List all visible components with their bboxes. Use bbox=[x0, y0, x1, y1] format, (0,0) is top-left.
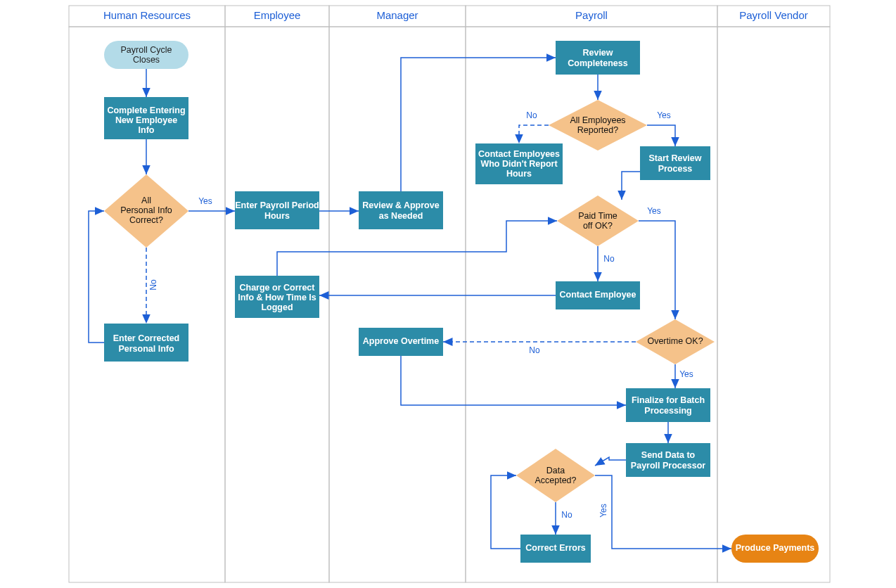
svg-text:All Employees: All Employees bbox=[570, 115, 625, 125]
svg-text:Logged: Logged bbox=[261, 302, 293, 312]
lane-hr: Human Resources bbox=[103, 9, 191, 21]
svg-text:Closes: Closes bbox=[133, 55, 160, 65]
svg-text:Info: Info bbox=[139, 125, 155, 135]
svg-text:Enter Payroll Period: Enter Payroll Period bbox=[235, 200, 319, 210]
flow bbox=[639, 221, 675, 319]
svg-text:Send Data to: Send Data to bbox=[641, 450, 696, 460]
svg-text:Yes: Yes bbox=[198, 196, 212, 206]
svg-text:Approve Overtime: Approve Overtime bbox=[363, 336, 439, 346]
svg-text:Processing: Processing bbox=[644, 406, 691, 416]
svg-text:Yes: Yes bbox=[657, 110, 671, 120]
flow-dashed bbox=[519, 125, 549, 143]
svg-text:Paid Time: Paid Time bbox=[578, 211, 617, 221]
svg-text:Enter Corrected: Enter Corrected bbox=[113, 333, 179, 343]
svg-text:Info & How Time Is: Info & How Time Is bbox=[238, 293, 316, 302]
lane-pay: Payroll bbox=[575, 9, 608, 21]
lane-mgr: Manager bbox=[376, 9, 418, 21]
svg-text:Charge or Correct: Charge or Correct bbox=[240, 283, 316, 293]
svg-text:Hours: Hours bbox=[506, 169, 532, 179]
lane-emp: Employee bbox=[254, 9, 301, 21]
svg-text:Payroll Cycle: Payroll Cycle bbox=[121, 45, 172, 55]
svg-text:No: No bbox=[148, 279, 158, 290]
svg-text:Contact Employee: Contact Employee bbox=[559, 290, 636, 300]
svg-text:Yes: Yes bbox=[599, 504, 608, 518]
svg-text:Completeness: Completeness bbox=[568, 58, 627, 68]
svg-text:Accepted?: Accepted? bbox=[535, 475, 576, 485]
swimlane-diagram: Human Resources Employee Manager Payroll… bbox=[0, 0, 896, 588]
svg-text:as Needed: as Needed bbox=[379, 211, 423, 221]
svg-text:Data: Data bbox=[546, 466, 565, 475]
svg-text:Hours: Hours bbox=[264, 211, 290, 221]
flow bbox=[595, 457, 626, 466]
svg-text:Yes: Yes bbox=[647, 206, 661, 216]
svg-text:All: All bbox=[141, 196, 151, 205]
flow bbox=[647, 125, 675, 146]
lanes: Human Resources Employee Manager Payroll… bbox=[69, 6, 830, 582]
svg-text:No: No bbox=[561, 510, 572, 520]
svg-text:No: No bbox=[529, 345, 540, 355]
svg-text:Finalize for Batch: Finalize for Batch bbox=[632, 395, 705, 405]
svg-text:off OK?: off OK? bbox=[583, 221, 613, 231]
flow bbox=[622, 172, 640, 200]
flow bbox=[89, 211, 104, 343]
lane-ven: Payroll Vendor bbox=[739, 9, 808, 21]
svg-text:Review & Approve: Review & Approve bbox=[362, 200, 439, 210]
svg-text:New Employee: New Employee bbox=[115, 115, 177, 125]
flow bbox=[491, 475, 520, 549]
flow bbox=[401, 356, 626, 405]
svg-text:Personal Info: Personal Info bbox=[118, 344, 174, 354]
svg-rect-9 bbox=[717, 27, 830, 582]
svg-text:Yes: Yes bbox=[679, 369, 693, 379]
flow bbox=[595, 475, 731, 549]
svg-text:Correct Errors: Correct Errors bbox=[525, 543, 585, 553]
svg-text:Start Review: Start Review bbox=[648, 153, 701, 163]
svg-text:Overtime OK?: Overtime OK? bbox=[647, 336, 703, 346]
svg-text:Produce Payments: Produce Payments bbox=[736, 543, 815, 553]
svg-rect-7 bbox=[329, 27, 466, 582]
svg-text:Personal Info: Personal Info bbox=[120, 205, 172, 215]
svg-text:Process: Process bbox=[658, 164, 693, 174]
svg-text:Complete Entering: Complete Entering bbox=[107, 106, 185, 115]
svg-text:Correct?: Correct? bbox=[129, 215, 163, 225]
svg-text:Contact Employees: Contact Employees bbox=[478, 149, 560, 159]
svg-text:No: No bbox=[526, 110, 537, 120]
svg-text:Review: Review bbox=[582, 48, 613, 58]
svg-text:No: No bbox=[603, 254, 615, 264]
svg-text:Who Didn't Report: Who Didn't Report bbox=[480, 159, 558, 169]
svg-text:Reported?: Reported? bbox=[577, 125, 618, 135]
svg-text:Payroll Processor: Payroll Processor bbox=[631, 461, 705, 471]
